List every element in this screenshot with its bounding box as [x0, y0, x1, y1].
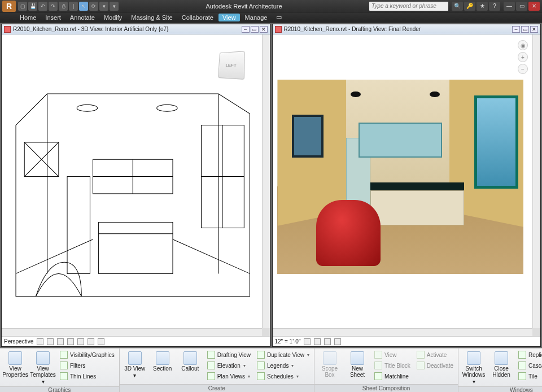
- qat-option-icon[interactable]: ▾: [110, 2, 119, 11]
- drafting-view-button[interactable]: Drafting View: [205, 350, 253, 360]
- qat-separator: |: [69, 2, 78, 11]
- matchline-button[interactable]: Matchline: [372, 371, 413, 381]
- window-controls: — ▭ ✕: [504, 2, 540, 11]
- mdi-workspace: R2010_Kitchen_Reno.rvt - 3D View: Interi…: [0, 23, 542, 348]
- view-templates-button[interactable]: View Templates▾: [30, 350, 56, 386]
- hide-isolate-icon[interactable]: [98, 338, 104, 345]
- tile-button[interactable]: Tile: [516, 371, 542, 381]
- maximize-button[interactable]: ▭: [516, 2, 527, 11]
- crop-view-icon[interactable]: [77, 338, 84, 345]
- cascade-button[interactable]: Cascade: [516, 360, 542, 371]
- qat-sync-icon[interactable]: ⟳: [89, 2, 98, 11]
- qat-undo-icon[interactable]: ↶: [38, 2, 47, 11]
- scroll-corner: [262, 328, 270, 336]
- elevation-button[interactable]: Elevation▾: [205, 360, 253, 371]
- view-properties-button[interactable]: View Properties: [2, 350, 28, 380]
- tab-home[interactable]: Home: [16, 14, 40, 21]
- plan-views-button[interactable]: Plan Views▾: [205, 371, 253, 381]
- tab-annotate[interactable]: Annotate: [66, 14, 99, 21]
- tab-extra-icon[interactable]: ▭: [272, 13, 286, 21]
- detail-level-icon[interactable]: [37, 338, 43, 345]
- child-maximize-button[interactable]: ▭: [251, 26, 259, 33]
- star-icon[interactable]: ★: [477, 2, 488, 11]
- tab-manage[interactable]: Manage: [241, 14, 272, 21]
- qat-redo-icon[interactable]: ↷: [49, 2, 58, 11]
- close-hidden-button[interactable]: Close Hidden: [488, 350, 514, 380]
- new-sheet-button[interactable]: New Sheet: [344, 350, 370, 380]
- scrollbar-vertical[interactable]: [532, 34, 540, 328]
- scope-box-button: Scope Box: [317, 350, 343, 380]
- visibility-graphics-button[interactable]: Visibility/Graphics: [58, 350, 117, 360]
- shadows-icon[interactable]: [67, 338, 74, 345]
- viewcube[interactable]: LEFT: [217, 51, 244, 80]
- binoculars-icon[interactable]: 🔍: [452, 2, 463, 11]
- sun-path-icon[interactable]: [324, 338, 331, 345]
- help-icon[interactable]: ?: [489, 2, 500, 11]
- quick-access-toolbar: ▢ 💾 ↶ ↷ ⎙ | ↖ ⟳ ▾ ▾: [18, 2, 119, 11]
- filters-button[interactable]: Filters: [58, 360, 117, 371]
- view-scale-label[interactable]: Perspective: [4, 338, 33, 345]
- 3d-view-button[interactable]: 3D View▾: [122, 350, 148, 380]
- ribbon-group-sheet-composition: Scope Box New Sheet View Title Block Mat…: [314, 349, 458, 392]
- qat-cursor-icon[interactable]: ↖: [79, 2, 88, 11]
- view-canvas-3d[interactable]: LEFT: [2, 34, 270, 336]
- qat-save-icon[interactable]: 💾: [28, 2, 37, 11]
- scrollbar-horizontal[interactable]: [2, 328, 262, 336]
- minimize-button[interactable]: —: [504, 2, 515, 11]
- app-menu-button[interactable]: R: [2, 1, 16, 12]
- ribbon-panel: View Properties View Templates▾ Visibili…: [0, 348, 542, 392]
- svg-point-16: [157, 104, 177, 111]
- child-minimize-button[interactable]: –: [242, 26, 250, 33]
- ribbon-tabs: Home Insert Annotate Modify Massing & Si…: [0, 12, 542, 23]
- view-window-render-title: R2010_Kitchen_Reno.rvt - Drafting View: …: [284, 26, 421, 32]
- group-label-sheet: Sheet Composition: [314, 384, 458, 392]
- app-icon-slot: [2, 14, 14, 21]
- key-icon[interactable]: 🔑: [464, 2, 475, 11]
- zoom-out-icon[interactable]: −: [518, 64, 528, 74]
- tab-view[interactable]: View: [218, 14, 240, 21]
- view-window-render-titlebar[interactable]: R2010_Kitchen_Reno.rvt - Drafting View: …: [273, 24, 541, 34]
- group-label-graphics: Graphics: [0, 386, 119, 392]
- detail-level-icon[interactable]: [304, 338, 311, 345]
- tab-massing-site[interactable]: Massing & Site: [127, 14, 176, 21]
- tab-collaborate[interactable]: Collaborate: [178, 14, 217, 21]
- tab-insert[interactable]: Insert: [41, 14, 65, 21]
- rendered-image: [277, 80, 524, 274]
- visual-style-icon[interactable]: [47, 338, 54, 345]
- visual-style-icon[interactable]: [314, 338, 321, 345]
- view-scale-label[interactable]: 12" = 1'-0": [275, 338, 301, 345]
- qat-open-icon[interactable]: ▢: [18, 2, 27, 11]
- view-canvas-render[interactable]: ◉ + −: [273, 34, 541, 336]
- title-block-button: Title Block: [372, 360, 413, 371]
- crop-region-icon[interactable]: [88, 338, 94, 345]
- child-close-button[interactable]: ✕: [530, 26, 538, 33]
- sun-path-icon[interactable]: [57, 338, 64, 345]
- child-minimize-button[interactable]: –: [512, 26, 520, 33]
- close-button[interactable]: ✕: [528, 2, 540, 11]
- svg-point-15: [77, 104, 97, 111]
- legends-button[interactable]: Legends▾: [255, 360, 312, 371]
- scrollbar-horizontal[interactable]: [273, 328, 533, 336]
- qat-print-icon[interactable]: ⎙: [59, 2, 68, 11]
- replicate-button[interactable]: Replicate: [516, 350, 542, 360]
- navigation-bar: ◉ + −: [518, 40, 528, 74]
- child-close-button[interactable]: ✕: [260, 26, 268, 33]
- section-button[interactable]: Section: [150, 350, 176, 373]
- tab-modify[interactable]: Modify: [100, 14, 126, 21]
- qat-recent-icon[interactable]: ▾: [99, 2, 108, 11]
- steering-wheel-icon[interactable]: ◉: [518, 40, 528, 50]
- child-maximize-button[interactable]: ▭: [521, 26, 529, 33]
- thin-lines-button[interactable]: Thin Lines: [58, 371, 117, 381]
- hide-isolate-icon[interactable]: [334, 338, 341, 345]
- zoom-in-icon[interactable]: +: [518, 52, 528, 62]
- view-window-3d-titlebar[interactable]: R2010_Kitchen_Reno.rvt - 3D View: Interi…: [2, 24, 270, 34]
- rvt-file-icon: [275, 26, 282, 33]
- infocenter-search-input[interactable]: Type a keyword or phrase: [369, 2, 448, 11]
- duplicate-view-button[interactable]: Duplicate View▾: [255, 350, 312, 360]
- schedules-button[interactable]: Schedules▾: [255, 371, 312, 381]
- scrollbar-vertical[interactable]: [262, 34, 270, 328]
- view-window-3d: R2010_Kitchen_Reno.rvt - 3D View: Interi…: [1, 24, 270, 347]
- ribbon-group-graphics: View Properties View Templates▾ Visibili…: [0, 349, 120, 392]
- switch-windows-button[interactable]: Switch Windows▾: [461, 350, 487, 386]
- callout-button[interactable]: Callout: [177, 350, 203, 373]
